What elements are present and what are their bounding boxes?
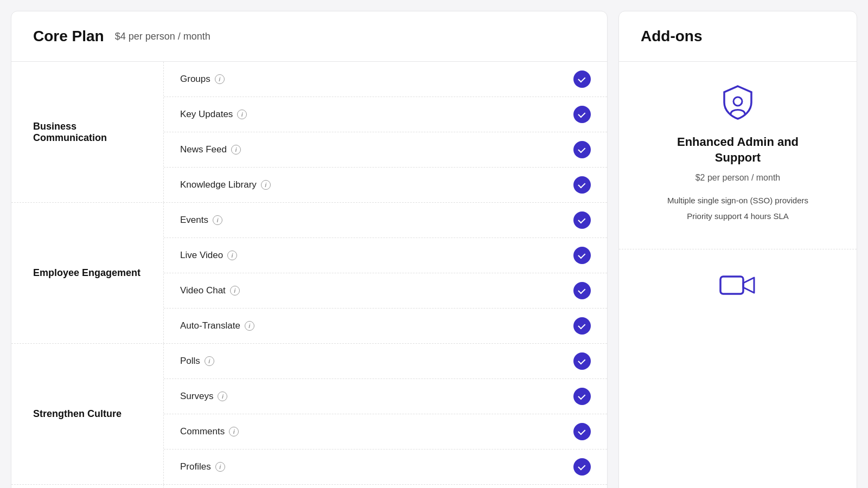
feature-row: Commentsi — [164, 414, 607, 450]
feature-name: Eventsi — [180, 215, 222, 226]
feature-rows: GroupsiKey UpdatesiNews FeediKnowledge L… — [163, 62, 607, 202]
feature-name-text: Surveys — [180, 391, 213, 402]
feature-name-text: Events — [180, 215, 208, 226]
info-icon[interactable]: i — [230, 286, 240, 296]
feature-section-strengthen-culture: Strengthen CulturePollsiSurveysiComments… — [11, 344, 607, 485]
feature-rows: PollsiSurveysiCommentsiProfilesi — [163, 344, 607, 484]
info-icon[interactable]: i — [229, 427, 239, 436]
check-icon — [573, 352, 591, 370]
feature-row: Video Chati — [164, 273, 607, 309]
feature-row: Eventsi — [164, 203, 607, 238]
feature-name-text: Live Video — [180, 250, 223, 261]
feature-section-employee-engagement: Employee EngagementEventsiLive VideoiVid… — [11, 203, 607, 344]
section-label: Business Communication — [11, 62, 163, 202]
feature-name: Live Videoi — [180, 250, 237, 261]
section-label: Security & admin — [11, 485, 163, 488]
feature-rows: EventsiLive VideoiVideo ChatiAuto-Transl… — [163, 203, 607, 343]
check-icon — [573, 458, 591, 476]
svg-point-0 — [733, 97, 742, 106]
feature-name: Key Updatesi — [180, 109, 247, 120]
info-icon[interactable]: i — [213, 215, 222, 225]
info-icon[interactable]: i — [261, 180, 271, 190]
feature-row: Access Codesi — [164, 485, 607, 488]
info-icon[interactable]: i — [215, 74, 225, 84]
shield-icon — [719, 84, 757, 124]
feature-section-security-&-admin: Security & adminAccess CodesiIntegration… — [11, 485, 607, 488]
feature-name-text: Auto-Translate — [180, 320, 240, 331]
core-plan-header: Core Plan $4 per person / month — [11, 11, 607, 62]
feature-name-text: Video Chat — [180, 285, 226, 296]
feature-name: Video Chati — [180, 285, 240, 296]
feature-name: Commentsi — [180, 426, 239, 437]
sections-container: Business CommunicationGroupsiKey Updates… — [11, 62, 607, 488]
main-panel: Core Plan $4 per person / month Business… — [11, 11, 608, 488]
feature-section-business-communication: Business CommunicationGroupsiKey Updates… — [11, 62, 607, 203]
info-icon[interactable]: i — [231, 145, 241, 155]
addon-feature-support: Priority support 4 hours SLA — [641, 211, 835, 221]
addons-panel: Add-ons Enhanced Admin andSupport $2 per… — [618, 11, 857, 488]
feature-name: News Feedi — [180, 144, 241, 155]
feature-name-text: Polls — [180, 356, 200, 367]
check-icon — [573, 106, 591, 123]
info-icon[interactable]: i — [218, 391, 227, 401]
info-icon[interactable]: i — [237, 110, 247, 119]
addon-card-enhanced: Enhanced Admin andSupport $2 per person … — [619, 62, 857, 249]
feature-name-text: News Feed — [180, 144, 227, 155]
feature-row: Knowledge Libraryi — [164, 168, 607, 202]
section-label: Strengthen Culture — [11, 344, 163, 484]
feature-row: Groupsi — [164, 62, 607, 97]
feature-name-text: Knowledge Library — [180, 179, 257, 190]
info-icon[interactable]: i — [245, 321, 254, 331]
feature-name: Profilesi — [180, 461, 225, 472]
core-plan-title: Core Plan — [33, 28, 104, 45]
check-icon — [573, 247, 591, 264]
check-icon — [573, 211, 591, 229]
feature-rows: Access CodesiIntegrationsi — [163, 485, 607, 488]
addon-enhanced-title: Enhanced Admin andSupport — [677, 134, 799, 165]
feature-name: Surveysi — [180, 391, 227, 402]
check-icon — [573, 282, 591, 299]
info-icon[interactable]: i — [227, 251, 237, 260]
check-icon — [573, 70, 591, 88]
check-icon — [573, 388, 591, 405]
info-icon[interactable]: i — [215, 462, 225, 472]
feature-row: Key Updatesi — [164, 97, 607, 132]
info-icon[interactable]: i — [205, 356, 214, 366]
feature-name-text: Groups — [180, 74, 210, 85]
section-label: Employee Engagement — [11, 203, 163, 343]
check-icon — [573, 176, 591, 194]
feature-row: Surveysi — [164, 379, 607, 414]
feature-row: Auto-Translatei — [164, 309, 607, 343]
feature-name-text: Comments — [180, 426, 225, 437]
feature-name: Groupsi — [180, 74, 225, 85]
feature-row: Profilesi — [164, 450, 607, 484]
check-icon — [573, 141, 591, 158]
feature-row: Live Videoi — [164, 238, 607, 273]
addon-enhanced-price: $2 per person / month — [695, 173, 781, 183]
svg-rect-1 — [720, 277, 743, 294]
addons-header: Add-ons — [619, 11, 857, 62]
core-plan-price: $4 per person / month — [115, 31, 210, 42]
feature-name: Pollsi — [180, 356, 214, 367]
feature-name-text: Key Updates — [180, 109, 233, 120]
video-icon — [719, 271, 757, 303]
feature-row: Pollsi — [164, 344, 607, 379]
feature-name-text: Profiles — [180, 461, 211, 472]
check-icon — [573, 317, 591, 335]
page-container: Core Plan $4 per person / month Business… — [11, 11, 857, 488]
addon-card-video — [619, 249, 857, 325]
check-icon — [573, 423, 591, 440]
feature-row: News Feedi — [164, 132, 607, 168]
addon-feature-sso: Multiple single sign-on (SSO) providers — [641, 196, 835, 205]
feature-name: Knowledge Libraryi — [180, 179, 271, 190]
feature-name: Auto-Translatei — [180, 320, 254, 331]
